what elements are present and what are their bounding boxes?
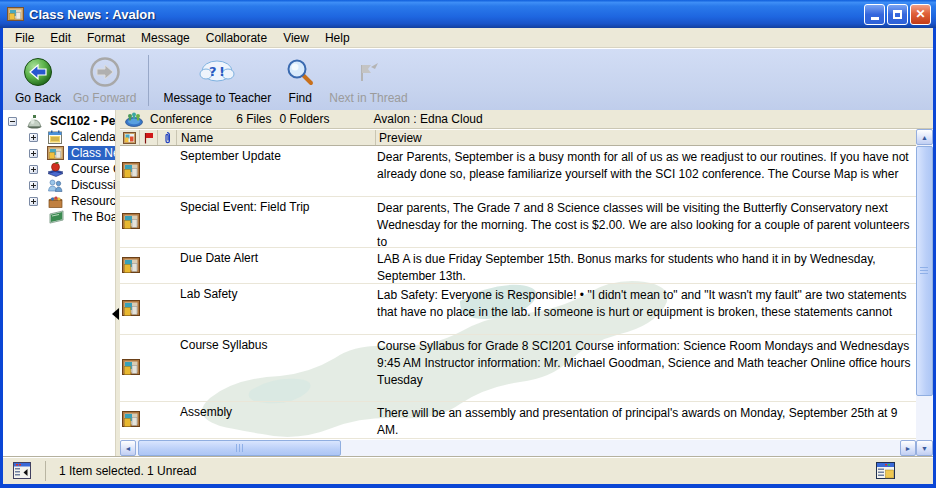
the-board-icon (48, 210, 65, 225)
status-bar: 1 Item selected. 1 Unread (3, 456, 933, 484)
go-back-button[interactable]: Go Back (9, 53, 67, 108)
go-back-label: Go Back (15, 91, 61, 105)
table-row[interactable]: Assembly There will be an assembly and p… (120, 402, 916, 439)
sidebar-item-calendar[interactable]: Calendar (3, 129, 115, 145)
row-icon-cell (120, 197, 177, 247)
table-row[interactable]: Due Date Alert LAB A is due Friday Septe… (120, 248, 916, 284)
status-text: 1 Item selected. 1 Unread (59, 464, 196, 478)
sidebar-item-label: Course Content (68, 162, 115, 176)
tree-root-sci102[interactable]: SCI102 - Period 2 (3, 113, 115, 129)
vertical-scrollbar[interactable]: ▲ ▼ (916, 129, 933, 456)
row-icon-cell (120, 335, 177, 401)
go-forward-label: Go Forward (73, 91, 136, 105)
column-attachment[interactable] (158, 130, 177, 145)
row-name: Due Date Alert (177, 248, 374, 283)
table-row[interactable]: Lab Safety Lab Safety: Everyone is Respo… (120, 284, 916, 335)
expand-box-icon[interactable] (29, 133, 38, 142)
minimize-button[interactable] (864, 4, 885, 25)
row-preview: Lab Safety: Everyone is Responsible! • "… (374, 284, 916, 334)
tree-root-label: SCI102 - Period 2 (47, 114, 115, 128)
sidebar-item-class-news[interactable]: Class News (3, 145, 115, 161)
row-preview: Dear Parents, September is a busy month … (374, 146, 916, 196)
title-bar[interactable]: Class News : Avalon ✕ (0, 0, 936, 28)
course-content-icon (47, 162, 64, 177)
table-row[interactable]: Course Syllabus Course Syllabus for Grad… (120, 335, 916, 402)
discussions-icon (47, 178, 64, 193)
sidebar-item-label: Discussions (68, 178, 115, 192)
sidebar-item-label: The Board (69, 210, 115, 224)
maximize-button[interactable] (887, 4, 908, 25)
news-item-icon (122, 300, 140, 318)
folder-tree: SCI102 - Period 2 Calendar (3, 110, 115, 456)
scroll-right-button[interactable]: ► (900, 440, 916, 456)
menu-view[interactable]: View (275, 29, 317, 47)
expand-box-icon[interactable] (29, 197, 38, 206)
message-to-teacher-button[interactable]: ? ! Message to Teacher (157, 53, 277, 108)
next-in-thread-button[interactable]: Next in Thread (323, 53, 414, 108)
app-window: Class News : Avalon ✕ File Edit Format M… (0, 0, 936, 488)
row-preview: LAB A is due Friday September 15th. Bonu… (374, 248, 916, 283)
bulletin-board-icon (7, 6, 24, 22)
location-breadcrumb: Avalon : Edna Cloud (374, 112, 483, 126)
menu-collaborate[interactable]: Collaborate (198, 29, 275, 47)
flag-icon (144, 132, 154, 144)
news-item-icon (122, 359, 140, 377)
sidebar-item-resources[interactable]: Resources (3, 193, 115, 209)
menu-format[interactable]: Format (79, 29, 133, 47)
view-layout-icon[interactable] (876, 462, 895, 479)
conference-panel: Conference 6 Files 0 Folders Avalon : Ed… (120, 110, 933, 456)
go-forward-button[interactable]: Go Forward (67, 53, 142, 108)
row-preview: Dear parents, The Grade 7 and 8 Science … (374, 197, 916, 247)
sidebar-item-discussions[interactable]: Discussions (3, 177, 115, 193)
next-in-thread-icon (353, 55, 383, 89)
column-preview[interactable]: Preview (376, 130, 916, 145)
item-type-icon (123, 132, 136, 144)
table-row[interactable]: September Update Dear Parents, September… (120, 146, 916, 197)
conference-info-bar: Conference 6 Files 0 Folders Avalon : Ed… (120, 110, 933, 129)
collapse-pane-arrow-icon[interactable] (112, 308, 119, 320)
go-forward-icon (90, 55, 120, 89)
column-name[interactable]: Name (177, 130, 376, 145)
table-row[interactable]: Special Event: Field Trip Dear parents, … (120, 197, 916, 248)
menu-help[interactable]: Help (317, 29, 358, 47)
find-icon (285, 55, 315, 89)
conference-icon (124, 111, 144, 127)
column-flag[interactable] (140, 130, 158, 145)
expand-box-icon[interactable] (29, 181, 38, 190)
menu-bar: File Edit Format Message Collaborate Vie… (3, 28, 933, 48)
horizontal-scrollbar[interactable]: ◄ ► (120, 440, 916, 456)
sidebar-item-course-content[interactable]: Course Content (3, 161, 115, 177)
calendar-icon (47, 130, 64, 145)
horizontal-scroll-thumb[interactable] (138, 440, 341, 456)
row-icon-cell (120, 402, 177, 438)
column-item-type[interactable] (120, 130, 140, 145)
collapse-box-icon[interactable] (8, 117, 17, 126)
menu-message[interactable]: Message (133, 29, 198, 47)
expand-box-icon[interactable] (29, 165, 38, 174)
row-name: Lab Safety (177, 284, 374, 334)
vertical-scroll-thumb[interactable] (916, 146, 933, 396)
close-button[interactable]: ✕ (910, 4, 931, 25)
find-button[interactable]: Find (277, 53, 323, 108)
scroll-down-button[interactable]: ▼ (916, 440, 933, 456)
news-item-icon (122, 213, 140, 231)
next-in-thread-label: Next in Thread (329, 91, 408, 105)
news-item-icon (122, 257, 140, 275)
sidebar-item-the-board[interactable]: The Board (3, 209, 115, 225)
svg-text:!: ! (219, 64, 225, 79)
expand-box-icon[interactable] (29, 149, 38, 158)
scroll-left-button[interactable]: ◄ (120, 440, 136, 456)
message-to-teacher-icon: ? ! (197, 55, 237, 89)
toggle-panel-icon[interactable] (13, 462, 33, 479)
column-header-row: Name Preview (120, 129, 916, 146)
paperclip-icon (163, 131, 171, 144)
row-icon-cell (120, 248, 177, 283)
menu-file[interactable]: File (7, 29, 42, 47)
scroll-up-button[interactable]: ▲ (916, 129, 933, 145)
conference-type-label: Conference (150, 112, 212, 126)
sidebar-item-label: Class News (68, 146, 115, 160)
menu-edit[interactable]: Edit (42, 29, 79, 47)
find-label: Find (289, 91, 312, 105)
go-back-icon (23, 55, 53, 89)
news-item-icon (122, 411, 140, 429)
